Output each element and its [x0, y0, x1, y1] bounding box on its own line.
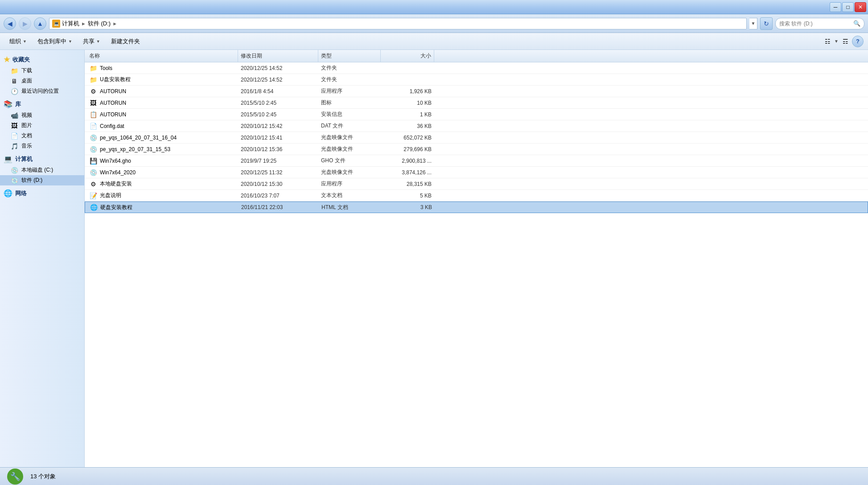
maximize-button[interactable]: □ — [842, 2, 854, 12]
table-row[interactable]: 🌐 硬盘安装教程 2016/11/21 22:03 HTML 文档 3 KB — [85, 201, 868, 213]
favorites-header[interactable]: ★ 收藏夹 — [0, 53, 84, 66]
table-row[interactable]: 💿 Win7x64_2020 2020/12/25 11:32 光盘映像文件 3… — [85, 167, 868, 178]
recent-icon: 🕐 — [11, 88, 18, 95]
table-row[interactable]: 📋 AUTORUN 2015/5/10 2:45 安装信息 1 KB — [85, 109, 868, 120]
view-change-button[interactable]: ☷ — [822, 36, 833, 47]
file-date-cell: 2020/10/12 15:41 — [238, 135, 318, 141]
forward-button[interactable]: ▶ — [19, 17, 31, 30]
sidebar-item-videos[interactable]: 📹 视频 — [0, 110, 84, 120]
include-library-button[interactable]: 包含到库中 ▼ — [33, 35, 77, 48]
file-icon: 💿 — [89, 169, 97, 177]
back-button[interactable]: ◀ — [4, 17, 16, 30]
file-name: pe_yqs_xp_20_07_31_15_53 — [100, 146, 170, 152]
music-label: 音乐 — [21, 142, 32, 150]
sidebar-item-images[interactable]: 🖼 图片 — [0, 120, 84, 131]
file-date-cell: 2016/10/23 7:07 — [238, 193, 318, 199]
file-name: 本地硬盘安装 — [100, 180, 132, 188]
file-name-cell: ⚙ 本地硬盘安装 — [86, 180, 238, 188]
column-header: 名称 修改日期 类型 大小 — [85, 50, 868, 62]
sidebar-item-software-d[interactable]: 💿 软件 (D:) — [0, 175, 84, 185]
close-button[interactable]: ✕ — [855, 2, 866, 12]
table-row[interactable]: 📄 Config.dat 2020/10/12 15:42 DAT 文件 36 … — [85, 120, 868, 132]
desktop-label: 桌面 — [21, 77, 32, 85]
sidebar-item-local-c[interactable]: 💿 本地磁盘 (C:) — [0, 165, 84, 175]
file-type-cell: 文本文档 — [318, 192, 381, 199]
file-date-cell: 2020/10/12 15:42 — [238, 123, 318, 129]
file-size-cell: 2,900,813 ... — [381, 158, 434, 164]
view-arrow: ▼ — [834, 39, 839, 44]
sidebar-item-recent[interactable]: 🕐 最近访问的位置 — [0, 86, 84, 96]
library-header[interactable]: 📚 库 — [0, 98, 84, 110]
sidebar-item-desktop[interactable]: 🖥 桌面 — [0, 76, 84, 86]
search-icon[interactable]: 🔍 — [853, 20, 860, 27]
table-row[interactable]: 📁 U盘安装教程 2020/12/25 14:52 文件夹 — [85, 74, 868, 86]
table-row[interactable]: 📁 Tools 2020/12/25 14:52 文件夹 — [85, 62, 868, 74]
file-name-cell: 💿 pe_yqs_xp_20_07_31_15_53 — [86, 145, 238, 153]
file-type-cell: HTML 文档 — [319, 204, 381, 211]
table-row[interactable]: 💾 Win7x64.gho 2019/9/7 19:25 GHO 文件 2,90… — [85, 155, 868, 167]
file-icon: ⚙ — [89, 180, 97, 188]
computer-section: 💻 计算机 💿 本地磁盘 (C:) 💿 软件 (D:) — [0, 153, 84, 185]
share-arrow: ▼ — [96, 39, 100, 44]
view-grid-button[interactable]: ☶ — [839, 36, 851, 47]
refresh-button[interactable]: ↻ — [760, 17, 773, 30]
downloads-icon: 📁 — [11, 67, 18, 74]
table-row[interactable]: 💿 pe_yqs_xp_20_07_31_15_53 2020/10/12 15… — [85, 144, 868, 155]
file-date-cell: 2020/12/25 14:52 — [238, 65, 318, 71]
file-name: U盘安装教程 — [100, 76, 131, 83]
file-size-cell: 1 KB — [381, 111, 434, 118]
sidebar-item-downloads[interactable]: 📁 下载 — [0, 66, 84, 76]
include-library-label: 包含到库中 — [37, 37, 66, 45]
computer-header[interactable]: 💻 计算机 — [0, 153, 84, 165]
path-software: 软件 (D:) — [88, 20, 111, 28]
file-size-cell: 3,874,126 ... — [381, 169, 434, 176]
table-row[interactable]: 🖼 AUTORUN 2015/5/10 2:45 图标 10 KB — [85, 97, 868, 109]
new-folder-button[interactable]: 新建文件夹 — [106, 35, 145, 48]
favorites-section: ★ 收藏夹 📁 下载 🖥 桌面 🕐 最近访问的位置 — [0, 53, 84, 96]
organize-label: 组织 — [9, 37, 21, 45]
file-name: AUTORUN — [100, 111, 126, 118]
file-date-cell: 2020/12/25 11:32 — [238, 169, 318, 176]
file-date-cell: 2020/10/12 15:36 — [238, 146, 318, 152]
file-name-cell: 🌐 硬盘安装教程 — [87, 203, 239, 211]
file-name: Win7x64_2020 — [100, 169, 136, 176]
sidebar-item-music[interactable]: 🎵 音乐 — [0, 141, 84, 151]
file-date-cell: 2020/10/12 15:30 — [238, 181, 318, 187]
downloads-label: 下载 — [21, 67, 32, 74]
sidebar: ★ 收藏夹 📁 下载 🖥 桌面 🕐 最近访问的位置 📚 库 — [0, 50, 85, 467]
videos-label: 视频 — [21, 111, 32, 119]
file-name: AUTORUN — [100, 88, 126, 95]
images-icon: 🖼 — [11, 122, 18, 129]
sidebar-item-documents[interactable]: 📄 文档 — [0, 131, 84, 141]
file-name: Tools — [100, 65, 112, 71]
table-row[interactable]: 📝 光盘说明 2016/10/23 7:07 文本文档 5 KB — [85, 190, 868, 201]
col-header-modified[interactable]: 修改日期 — [238, 50, 318, 62]
address-dropdown[interactable]: ▼ — [749, 18, 757, 29]
table-row[interactable]: ⚙ AUTORUN 2016/1/8 4:54 应用程序 1,926 KB — [85, 86, 868, 97]
col-header-name[interactable]: 名称 — [86, 50, 238, 62]
col-header-size[interactable]: 大小 — [381, 50, 434, 62]
organize-button[interactable]: 组织 ▼ — [4, 35, 32, 48]
network-header[interactable]: 🌐 网络 — [0, 187, 84, 199]
documents-icon: 📄 — [11, 132, 18, 140]
file-name-cell: 🖼 AUTORUN — [86, 99, 238, 107]
file-type-cell: 应用程序 — [318, 87, 381, 95]
file-name-cell: 📁 Tools — [86, 64, 238, 72]
up-button[interactable]: ▲ — [34, 17, 46, 30]
col-modified-label: 修改日期 — [241, 52, 262, 60]
help-button[interactable]: ? — [852, 36, 864, 47]
images-label: 图片 — [21, 122, 32, 129]
share-button[interactable]: 共享 ▼ — [78, 35, 105, 48]
table-row[interactable]: 💿 pe_yqs_1064_20_07_31_16_04 2020/10/12 … — [85, 132, 868, 144]
search-input[interactable] — [779, 21, 852, 27]
favorites-icon: ★ — [4, 55, 10, 64]
address-path[interactable]: 💻 计算机 ► 软件 (D:) ► — [49, 18, 747, 29]
file-type-cell: 光盘映像文件 — [318, 169, 381, 176]
col-header-type[interactable]: 类型 — [318, 50, 381, 62]
file-size-cell: 5 KB — [381, 193, 434, 199]
minimize-button[interactable]: ─ — [830, 2, 841, 12]
library-arrow: ▼ — [68, 39, 72, 44]
computer-icon: 💻 — [4, 155, 12, 163]
network-label: 网络 — [15, 189, 27, 197]
table-row[interactable]: ⚙ 本地硬盘安装 2020/10/12 15:30 应用程序 28,315 KB — [85, 178, 868, 190]
